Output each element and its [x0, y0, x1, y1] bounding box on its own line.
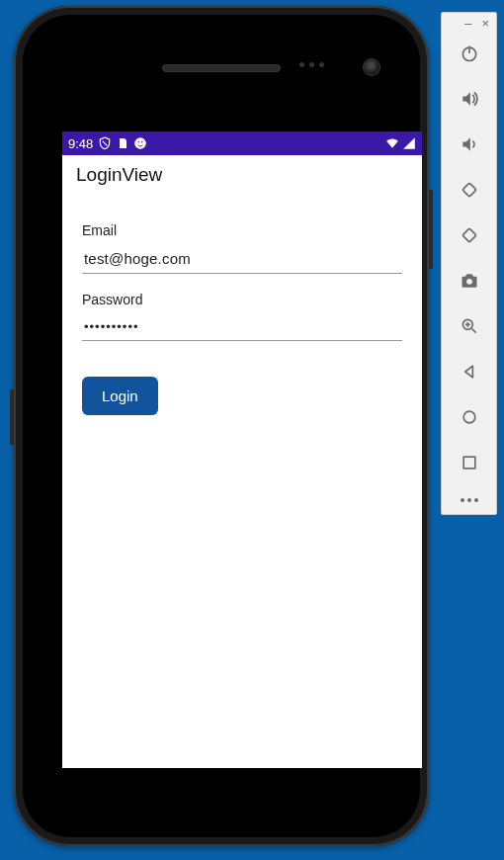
svg-rect-10 — [463, 457, 475, 469]
device-earpiece — [162, 64, 281, 72]
face-icon — [133, 136, 147, 150]
overview-icon[interactable] — [460, 453, 479, 473]
login-form: Email Password Login — [62, 195, 422, 435]
volume-up-icon[interactable] — [460, 89, 479, 109]
svg-line-11 — [103, 141, 108, 146]
signal-icon — [402, 136, 416, 150]
password-label: Password — [82, 292, 402, 307]
home-icon[interactable] — [460, 407, 479, 427]
device-screen: 9:48 — [62, 131, 422, 768]
camera-icon[interactable] — [460, 271, 479, 291]
login-button[interactable]: Login — [82, 377, 158, 415]
status-time: 9:48 — [68, 136, 93, 151]
sd-card-icon — [117, 136, 128, 150]
rotate-left-icon[interactable] — [460, 180, 479, 200]
device-side-button-left — [10, 389, 14, 445]
zoom-in-icon[interactable] — [460, 316, 479, 336]
device-side-button-right — [429, 190, 433, 269]
svg-point-13 — [138, 141, 140, 143]
svg-point-14 — [141, 141, 143, 143]
emulator-more-icon[interactable] — [442, 498, 496, 502]
password-field[interactable] — [82, 313, 402, 341]
svg-rect-3 — [462, 228, 475, 242]
back-icon[interactable] — [460, 362, 479, 382]
emulator-minimize-button[interactable]: – — [464, 17, 471, 30]
svg-rect-2 — [462, 183, 475, 197]
app-bar: LoginView — [62, 155, 422, 195]
device-bezel: 9:48 — [23, 15, 420, 837]
power-icon[interactable] — [460, 43, 479, 63]
svg-point-9 — [463, 411, 475, 423]
svg-point-4 — [466, 279, 472, 285]
shield-icon — [98, 136, 112, 150]
volume-down-icon[interactable] — [460, 134, 479, 154]
emulator-sidebar: – × — [441, 12, 497, 515]
device-front-camera — [363, 58, 380, 76]
svg-point-12 — [134, 137, 146, 149]
email-label: Email — [82, 222, 402, 238]
device-frame: 9:48 — [14, 6, 429, 846]
svg-line-6 — [471, 329, 475, 333]
wifi-icon — [384, 136, 400, 150]
emulator-window-controls: – × — [442, 13, 496, 36]
rotate-right-icon[interactable] — [460, 225, 479, 245]
emulator-close-button[interactable]: × — [481, 17, 489, 30]
gesture-bar[interactable] — [188, 758, 296, 762]
device-sensors — [299, 62, 324, 67]
status-bar: 9:48 — [62, 131, 422, 155]
email-field[interactable] — [82, 244, 402, 274]
app-title: LoginView — [76, 164, 162, 186]
